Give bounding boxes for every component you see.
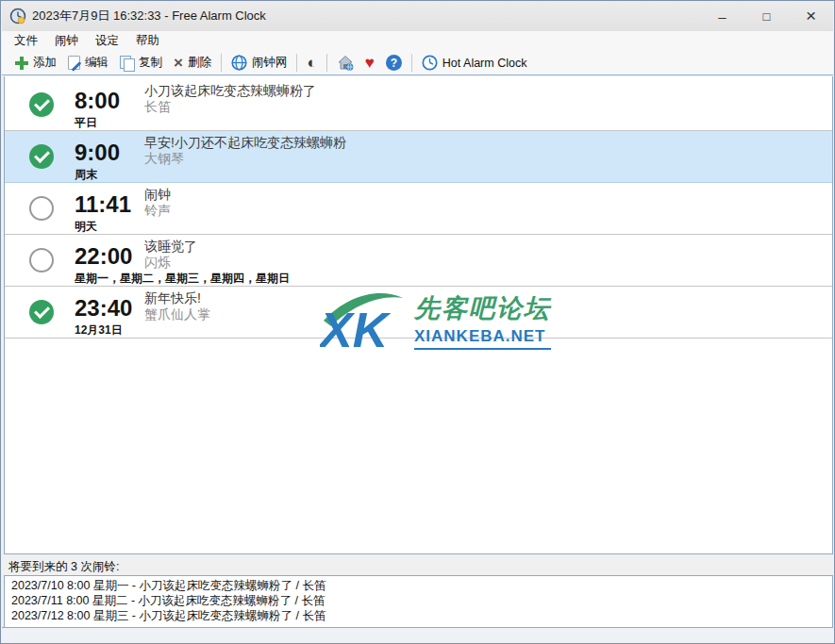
toolbar-separator [411,54,412,72]
upcoming-alarm-entry: 2023/7/10 8:00 星期一 - 小刀该起床吃变态辣螺蛳粉了 / 长笛 [11,578,826,593]
alarm-disabled-checkbox[interactable] [29,196,54,221]
menu-bar: 文件 闹钟 设定 帮助 [2,31,833,51]
menu-help[interactable]: 帮助 [127,31,168,51]
toolbar-separator [221,54,222,72]
minimize-button[interactable]: – [700,1,744,31]
toolbar-separator [296,54,297,72]
contrast-icon: ◐ [307,55,316,71]
alarm-title: 闹钟 [144,187,171,204]
copy-icon [120,56,134,70]
alarm-web-label: 闹钟网 [252,55,288,71]
alarm-schedule: 平日 [75,115,97,131]
menu-settings[interactable]: 设定 [87,31,127,51]
add-label: 添加 [33,55,57,71]
menu-file[interactable]: 文件 [6,31,46,51]
homepage-button[interactable] [331,53,359,73]
help-icon: ? [386,55,402,71]
status-bar [2,627,833,642]
help-button[interactable]: ? [380,53,408,73]
alarm-enabled-checkbox[interactable] [29,300,54,324]
alarm-time: 22:00 [75,243,132,270]
home-icon [337,55,354,71]
delete-alarm-button[interactable]: × 删除 [168,53,217,73]
add-alarm-button[interactable]: 添加 [9,53,62,73]
alarm-schedule: 明天 [75,219,97,235]
upcoming-alarms-header: 将要到来的 3 次闹铃: [8,559,119,575]
maximize-button[interactable]: □ [744,1,789,31]
hot-alarm-clock-label: Hot Alarm Clock [443,57,527,70]
alarm-sound: 长笛 [144,99,171,116]
edit-icon [68,56,80,70]
delete-icon: × [174,57,183,70]
alarm-sound: 蟹爪仙人掌 [144,306,210,323]
edit-alarm-button[interactable]: 编辑 [62,53,114,73]
alarm-enabled-checkbox[interactable] [29,92,54,117]
alarm-row-5[interactable]: 23:40 12月31日 新年快乐! 蟹爪仙人掌 [5,287,832,339]
alarm-time: 23:40 [75,295,132,322]
alarm-schedule: 12月31日 [75,322,123,339]
upcoming-alarm-entry: 2023/7/12 8:00 星期三 - 小刀该起床吃变态辣螺蛳粉了 / 长笛 [11,608,826,623]
delete-label: 删除 [188,55,211,71]
alarm-title: 早安!小刀还不起床吃变态辣螺蛳粉 [144,135,346,152]
copy-alarm-button[interactable]: 复制 [114,53,168,73]
alarm-schedule: 周末 [75,167,97,183]
window-title: 2023年7月9日 16:32:33 - Free Alarm Clock [32,8,266,25]
alarm-schedule: 星期一，星期二，星期三，星期四，星期日 [75,271,290,287]
toolbar-separator [326,54,327,72]
menu-alarm[interactable]: 闹钟 [46,31,87,51]
copy-label: 复制 [139,55,162,71]
alarm-list: 8:00 平日 小刀该起床吃变态辣螺蛳粉了 长笛 9:00 周末 早安!小刀还不… [4,76,833,554]
alarm-sound: 大钢琴 [144,151,184,168]
upcoming-alarm-entry: 2023/7/11 8:00 星期二 - 小刀该起床吃变态辣螺蛳粉了 / 长笛 [11,593,826,608]
alarm-enabled-checkbox[interactable] [29,144,54,169]
alarm-time: 9:00 [75,140,120,166]
clock-icon [422,55,438,71]
alarm-clock-app-icon [9,8,26,25]
donate-button[interactable]: ♥ [359,53,380,73]
plus-icon [15,57,28,70]
alarm-row-4[interactable]: 22:00 星期一，星期二，星期三，星期四，星期日 该睡觉了 闪烁 [5,235,832,287]
alarm-web-button[interactable]: 闹钟网 [225,53,293,73]
alarm-disabled-checkbox[interactable] [29,248,54,272]
close-button[interactable]: × [789,1,833,31]
upcoming-alarms-panel: 2023/7/10 8:00 星期一 - 小刀该起床吃变态辣螺蛳粉了 / 长笛 … [4,575,833,628]
alarm-title: 新年快乐! [144,290,201,307]
alarm-row-3[interactable]: 11:41 明天 闹钟 铃声 [5,183,832,235]
toolbar: 添加 编辑 复制 × 删除 闹钟网 ◐ [2,51,833,75]
alarm-title: 该睡觉了 [144,239,197,256]
title-bar: 2023年7月9日 16:32:33 - Free Alarm Clock – … [2,1,833,31]
hot-alarm-clock-button[interactable]: Hot Alarm Clock [416,53,533,73]
theme-contrast-button[interactable]: ◐ [301,53,322,73]
globe-icon [231,55,247,71]
alarm-time: 11:41 [75,191,131,218]
alarm-time: 8:00 [75,88,120,114]
heart-icon: ♥ [365,55,375,71]
edit-label: 编辑 [85,55,109,71]
app-window: 2023年7月9日 16:32:33 - Free Alarm Clock – … [0,0,835,644]
alarm-row-2[interactable]: 9:00 周末 早安!小刀还不起床吃变态辣螺蛳粉 大钢琴 [5,131,832,183]
alarm-sound: 闪烁 [144,255,171,272]
alarm-sound: 铃声 [144,203,171,220]
alarm-title: 小刀该起床吃变态辣螺蛳粉了 [144,83,316,100]
alarm-row-1[interactable]: 8:00 平日 小刀该起床吃变态辣螺蛳粉了 长笛 [5,79,832,131]
